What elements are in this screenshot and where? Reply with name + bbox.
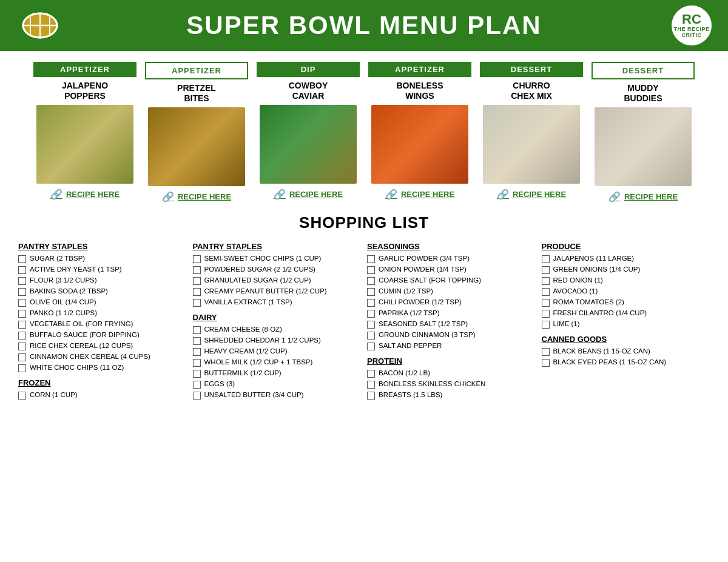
checkbox[interactable]	[18, 321, 26, 329]
list-item[interactable]: SALT AND PEPPER	[367, 342, 536, 350]
checkbox[interactable]	[18, 364, 26, 372]
checkbox[interactable]	[193, 381, 201, 389]
list-item[interactable]: BLACK BEANS (1 15-OZ CAN)	[542, 347, 710, 356]
list-item[interactable]: PAPRIKA (1/2 TSP)	[367, 309, 536, 318]
checkbox[interactable]	[18, 266, 26, 274]
list-item[interactable]: CINNAMON CHEX CEREAL (4 CUPS)	[18, 353, 187, 361]
checkbox[interactable]	[542, 348, 550, 356]
checkbox[interactable]	[542, 299, 550, 307]
list-item[interactable]: BACON (1/2 LB)	[367, 369, 536, 378]
checkbox[interactable]	[367, 255, 375, 263]
list-item[interactable]: RED ONION (1)	[542, 276, 710, 285]
checkbox[interactable]	[193, 359, 201, 367]
checkbox[interactable]	[18, 353, 26, 361]
checkbox[interactable]	[18, 277, 26, 285]
list-item[interactable]: CORN (1 CUP)	[18, 391, 187, 400]
list-item[interactable]: AVOCADO (1)	[542, 287, 710, 296]
list-item[interactable]: VEGETABLE OIL (FOR FRYING)	[18, 320, 187, 329]
checkbox[interactable]	[18, 392, 26, 400]
checkbox[interactable]	[367, 266, 375, 274]
list-item[interactable]: BONELESS SKINLESS CHICKEN	[367, 380, 536, 389]
list-item[interactable]: FRESH CILANTRO (1/4 CUP)	[542, 309, 710, 318]
recipe-image-churro	[483, 105, 580, 184]
list-item[interactable]: SEASONED SALT (1/2 TSP)	[367, 320, 536, 329]
list-item[interactable]: GREEN ONIONS (1/4 CUP)	[542, 266, 710, 274]
recipe-link-churro[interactable]: 🔗RECIPE HERE	[497, 189, 566, 200]
checkbox[interactable]	[18, 332, 26, 340]
checkbox[interactable]	[542, 277, 550, 285]
checkbox[interactable]	[18, 343, 26, 350]
list-item[interactable]: SHREDDED CHEDDAR 1 1/2 CUPS)	[193, 336, 362, 345]
list-item[interactable]: GRANULATED SUGAR (1/2 CUP)	[193, 276, 362, 285]
list-item[interactable]: VANILLA EXTRACT (1 TSP)	[193, 298, 362, 307]
list-item[interactable]: JALAPENOS (11 LARGE)	[542, 255, 710, 263]
item-label: BLACK BEANS (1 15-OZ CAN)	[553, 347, 650, 355]
checkbox[interactable]	[193, 348, 201, 356]
list-item[interactable]: ONION POWDER (1/4 TSP)	[367, 266, 536, 274]
checkbox[interactable]	[367, 321, 375, 329]
list-item[interactable]: CUMIN (1/2 TSP)	[367, 287, 536, 296]
list-item[interactable]: WHOLE MILK (1/2 CUP + 1 TBSP)	[193, 358, 362, 367]
list-item[interactable]: OLIVE OIL (1/4 CUP)	[18, 298, 187, 307]
list-item[interactable]: CHILI POWDER (1/2 TSP)	[367, 298, 536, 307]
list-item[interactable]: EGGS (3)	[193, 380, 362, 389]
checkbox[interactable]	[367, 288, 375, 296]
checkbox[interactable]	[367, 277, 375, 285]
recipe-link-pretzel[interactable]: 🔗RECIPE HERE	[162, 191, 231, 202]
checkbox[interactable]	[193, 370, 201, 378]
checkbox[interactable]	[193, 392, 201, 400]
checkbox[interactable]	[542, 321, 550, 329]
checkbox[interactable]	[367, 299, 375, 307]
list-item[interactable]: PANKO (1 1/2 CUPS)	[18, 309, 187, 318]
checkbox[interactable]	[367, 370, 375, 378]
recipe-link-cowboy[interactable]: 🔗RECIPE HERE	[274, 189, 343, 200]
checkbox[interactable]	[367, 310, 375, 318]
category-badge-muddy: DESSERT	[592, 62, 695, 79]
checkbox[interactable]	[193, 337, 201, 345]
list-item[interactable]: ROMA TOMATOES (2)	[542, 298, 710, 307]
checkbox[interactable]	[18, 299, 26, 307]
list-item[interactable]: COARSE SALT (FOR TOPPING)	[367, 276, 536, 285]
list-item[interactable]: GROUND CINNAMON (3 TSP)	[367, 331, 536, 340]
recipe-link-boneless[interactable]: 🔗RECIPE HERE	[385, 189, 454, 200]
list-item[interactable]: BUFFALO SAUCE (FOR DIPPING)	[18, 331, 187, 340]
checkbox[interactable]	[18, 255, 26, 263]
list-item[interactable]: GARLIC POWDER (3/4 TSP)	[367, 255, 536, 263]
checkbox[interactable]	[193, 326, 201, 334]
list-item[interactable]: LIME (1)	[542, 320, 710, 329]
list-item[interactable]: BAKING SODA (2 TBSP)	[18, 287, 187, 296]
checkbox[interactable]	[367, 332, 375, 340]
checkbox[interactable]	[542, 310, 550, 318]
list-item[interactable]: CREAMY PEANUT BUTTER (1/2 CUP)	[193, 287, 362, 296]
shopping-col-2: SEASONINGSGARLIC POWDER (3/4 TSP)ONION P…	[367, 242, 536, 402]
checkbox[interactable]	[542, 255, 550, 263]
list-item[interactable]: WHITE CHOC CHIPS (11 OZ)	[18, 364, 187, 372]
list-item[interactable]: RICE CHEX CEREAL (12 CUPS)	[18, 342, 187, 350]
checkbox[interactable]	[18, 288, 26, 296]
list-item[interactable]: HEAVY CREAM (1/2 CUP)	[193, 347, 362, 356]
list-item[interactable]: BLACK EYED PEAS (1 15-OZ CAN)	[542, 358, 710, 367]
list-item[interactable]: FLOUR (3 1/2 CUPS)	[18, 276, 187, 285]
checkbox[interactable]	[542, 288, 550, 296]
checkbox[interactable]	[193, 255, 201, 263]
checkbox[interactable]	[193, 299, 201, 307]
recipe-link-muddy[interactable]: 🔗RECIPE HERE	[608, 191, 678, 202]
list-item[interactable]: UNSALTED BUTTER (3/4 CUP)	[193, 391, 362, 400]
checkbox[interactable]	[367, 381, 375, 389]
checkbox[interactable]	[193, 288, 201, 296]
checkbox[interactable]	[367, 343, 375, 350]
checkbox[interactable]	[542, 359, 550, 367]
list-item[interactable]: BREASTS (1.5 LBS)	[367, 391, 536, 400]
checkbox[interactable]	[367, 392, 375, 400]
list-item[interactable]: SUGAR (2 TBSP)	[18, 255, 187, 263]
list-item[interactable]: ACTIVE DRY YEAST (1 TSP)	[18, 266, 187, 274]
recipe-link-jalapeno[interactable]: 🔗RECIPE HERE	[50, 189, 120, 200]
checkbox[interactable]	[18, 310, 26, 318]
list-item[interactable]: CREAM CHEESE (8 OZ)	[193, 326, 362, 334]
list-item[interactable]: SEMI-SWEET CHOC CHIPS (1 CUP)	[193, 255, 362, 263]
checkbox[interactable]	[542, 266, 550, 274]
list-item[interactable]: POWDERED SUGAR (2 1/2 CUPS)	[193, 266, 362, 274]
list-item[interactable]: BUTTERMILK (1/2 CUP)	[193, 369, 362, 378]
checkbox[interactable]	[193, 277, 201, 285]
checkbox[interactable]	[193, 266, 201, 274]
